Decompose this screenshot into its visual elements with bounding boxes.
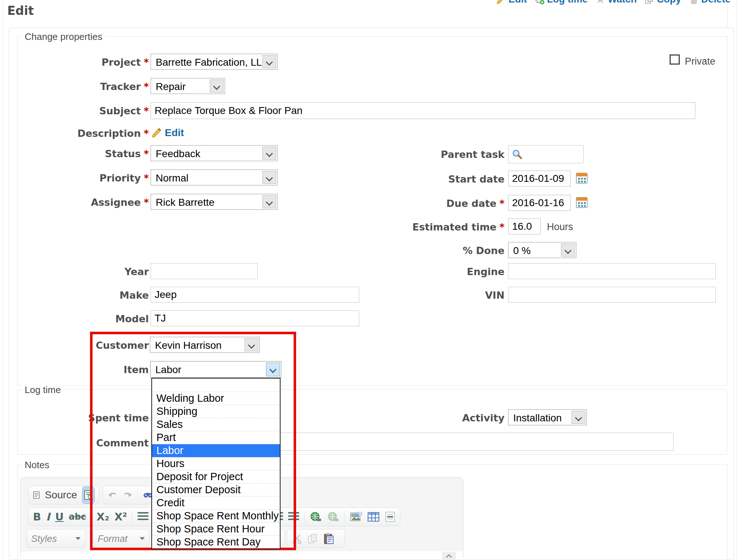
templates-icon — [84, 490, 93, 500]
chevron-down-icon — [262, 195, 276, 208]
collapse-toolbar-button[interactable] — [442, 552, 456, 560]
dropdown-option[interactable]: Sales — [152, 418, 280, 431]
customer-label: Customer — [7, 340, 149, 351]
comment-label: Comment — [7, 437, 149, 449]
customer-select[interactable]: Kevin Harrison — [150, 337, 260, 353]
dropdown-option[interactable]: Welding Labor — [152, 392, 280, 405]
status-select[interactable]: Feedback — [151, 145, 278, 161]
activity-select[interactable]: Installation — [508, 409, 587, 425]
templates-button[interactable] — [82, 486, 95, 504]
vin-input[interactable] — [508, 287, 716, 303]
redo-icon[interactable] — [123, 490, 133, 500]
calendar-icon[interactable] — [576, 172, 588, 184]
percent-done-select[interactable]: 0 % — [508, 242, 576, 258]
pencil-icon — [496, 0, 506, 4]
source-button[interactable]: Source — [45, 489, 77, 501]
toolbar-divider — [304, 511, 304, 523]
estimated-time-label: Estimated time* — [327, 221, 504, 233]
superscript-button[interactable]: X² — [114, 511, 127, 523]
dropdown-option[interactable]: Shipping — [152, 405, 280, 418]
chevron-down-icon — [266, 363, 280, 376]
bold-button[interactable]: B — [33, 511, 41, 523]
undo-icon[interactable] — [107, 490, 118, 500]
underline-button[interactable]: U — [55, 511, 64, 523]
engine-label: Engine — [327, 266, 504, 277]
tracker-select[interactable]: Repair — [151, 78, 225, 94]
trash-icon — [689, 0, 699, 4]
toolbar-group-source: Source — [28, 486, 99, 504]
engine-input[interactable] — [508, 263, 716, 279]
page-title: Edit — [7, 4, 34, 18]
assignee-label: Assignee* — [7, 197, 149, 208]
dropdown-option[interactable]: Shop Space Rent Hour — [152, 523, 280, 536]
dropdown-option[interactable]: Hours — [152, 457, 280, 470]
subscript-button[interactable]: X₂ — [97, 511, 109, 523]
styles-combo[interactable]: Styles — [26, 529, 85, 548]
copy-action-link[interactable]: Copy — [645, 0, 681, 5]
description-label: Description* — [7, 128, 149, 139]
dropdown-option[interactable]: Shop Space Rent Monthly — [152, 510, 280, 523]
paste-icon[interactable] — [323, 533, 334, 544]
model-input[interactable] — [151, 310, 359, 326]
year-input[interactable] — [151, 263, 258, 279]
estimated-time-input[interactable] — [508, 218, 541, 234]
horizontal-rule-icon[interactable] — [385, 511, 396, 522]
item-select[interactable]: Labor — [150, 361, 281, 378]
italic-button[interactable]: I — [46, 511, 50, 523]
chevron-down-icon — [210, 79, 224, 93]
calendar-icon[interactable] — [576, 196, 588, 209]
cut-icon[interactable] — [291, 533, 302, 544]
link-icon[interactable] — [310, 511, 322, 522]
percent-done-label: % Done — [327, 245, 504, 256]
image-icon[interactable] — [350, 511, 362, 522]
toolbar-divider — [132, 511, 132, 523]
unlink-icon[interactable] — [327, 511, 339, 522]
edit-action-link[interactable]: Edit — [496, 0, 527, 5]
item-label: Item — [7, 364, 149, 375]
subject-input[interactable] — [151, 102, 695, 119]
private-checkbox[interactable] — [670, 54, 680, 65]
tracker-label: Tracker* — [7, 81, 149, 92]
project-select[interactable]: Barrette Fabrication, LLC — [151, 54, 278, 70]
private-label: Private — [685, 56, 715, 67]
format-combo[interactable]: Format — [93, 529, 150, 548]
dropdown-option[interactable]: Part — [152, 431, 280, 444]
status-label: Status* — [7, 148, 149, 159]
description-edit-link[interactable]: Edit — [165, 127, 184, 139]
dropdown-option[interactable]: Credit — [152, 496, 280, 510]
subject-label: Subject* — [7, 105, 149, 117]
chevron-down-icon — [262, 55, 276, 68]
spent-time-label: Spent time — [7, 412, 149, 424]
chevron-down-icon — [75, 537, 81, 540]
description-edit: Edit — [152, 127, 184, 139]
source-icon — [33, 490, 40, 500]
magnifier-icon — [512, 149, 523, 160]
dropdown-option[interactable]: Shop Space Rent Day — [152, 536, 280, 548]
priority-select[interactable]: Normal — [151, 169, 278, 185]
toolbar-divider — [344, 511, 345, 523]
watch-action-link[interactable]: Watch — [596, 0, 637, 5]
numbered-list-button[interactable] — [138, 512, 148, 522]
dropdown-option-selected[interactable]: Labor — [152, 444, 280, 457]
item-dropdown: Welding Labor Shipping Sales Part Labor … — [151, 378, 281, 549]
assignee-select[interactable]: Rick Barrette — [151, 194, 278, 210]
copy-icon[interactable] — [307, 533, 318, 544]
justify-button[interactable] — [288, 512, 299, 522]
table-icon[interactable] — [367, 511, 380, 522]
start-date-label: Start date — [327, 173, 504, 185]
dropdown-option[interactable]: Customer Deposit — [152, 483, 280, 496]
year-label: Year — [7, 266, 149, 277]
editor-content-area[interactable] — [21, 551, 463, 560]
estimated-time-unit: Hours — [547, 221, 573, 233]
delete-action-link[interactable]: Delete — [689, 0, 731, 5]
make-label: Make — [7, 290, 149, 301]
log-time-action-link[interactable]: Log time — [535, 0, 588, 5]
strikethrough-button[interactable]: abc — [69, 512, 86, 522]
due-date-input[interactable] — [508, 195, 571, 211]
toolbar-group-undo — [103, 486, 158, 504]
dropdown-option[interactable] — [152, 379, 280, 392]
dropdown-option[interactable]: Deposit for Project — [152, 470, 280, 483]
log-time-legend: Log time — [21, 384, 65, 396]
vin-label: VIN — [327, 290, 504, 301]
start-date-input[interactable] — [508, 171, 571, 187]
